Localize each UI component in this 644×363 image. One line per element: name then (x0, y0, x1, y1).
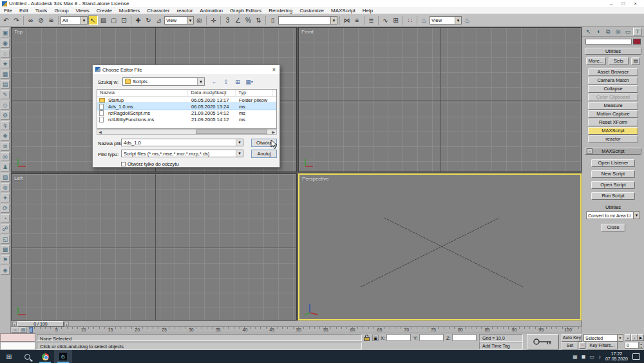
tray-icon[interactable]: ▭ (589, 354, 594, 360)
reactor-toolbar-icon[interactable]: ⊕ (1, 183, 10, 192)
utility-button[interactable]: Motion Capture (588, 110, 638, 118)
file-row[interactable]: rctUtilityFunctions.ms 21.09.2005 14:12 … (97, 116, 276, 123)
reactor-toolbar-icon[interactable]: ▦ (1, 70, 10, 79)
file-name-input[interactable]: 4ds_1.0 ▼ (121, 139, 243, 146)
utilities-rollout-header[interactable]: Utilities (585, 48, 641, 55)
open-mini-curve-editor-icon[interactable]: ▤ (19, 327, 27, 333)
reactor-toolbar-icon[interactable]: ◉ (1, 39, 10, 48)
maxscript-action-button[interactable]: Open Script (591, 181, 635, 189)
column-header-date[interactable]: Data modyfikacji (188, 90, 236, 96)
set-key-button[interactable]: Set Key (562, 342, 578, 349)
previous-frame-icon[interactable]: ‹ (12, 322, 17, 326)
cancel-button[interactable]: Anuluj (251, 150, 277, 158)
reactor-toolbar-icon[interactable]: ▩ (1, 245, 10, 254)
x-coordinate-field[interactable] (386, 334, 411, 341)
file-row[interactable]: 4ds_1.0.ms 06.05.2020 13:24 ms (97, 103, 276, 110)
mirror-icon[interactable]: ⋈ (342, 15, 352, 25)
menu-item[interactable]: Animation (200, 8, 223, 14)
command-panel-tab-icon[interactable]: T (633, 28, 642, 35)
selection-filter-dropdown[interactable]: All ▼ (61, 16, 88, 25)
playback-button[interactable]: ▶ (638, 334, 644, 341)
render-type-dropdown[interactable]: View ▼ (430, 16, 462, 25)
chevron-down-icon[interactable]: ▼ (187, 17, 193, 24)
command-panel-tab-icon[interactable]: ↖ (584, 28, 593, 35)
viewport-label-perspective[interactable]: Perspective (302, 176, 329, 182)
horizontal-scrollbar[interactable]: ◀ ▶ (97, 129, 277, 135)
y-coordinate-field[interactable] (419, 334, 444, 341)
reactor-toolbar-icon[interactable]: ☍ (1, 224, 10, 233)
utility-button[interactable]: Camera Match (588, 77, 638, 84)
object-name-field[interactable] (585, 39, 632, 44)
menu-item[interactable]: MAXScript (331, 8, 355, 14)
selection-set-dropdown[interactable]: Selected ▼ (583, 334, 623, 342)
menu-item[interactable]: Group (54, 8, 68, 14)
reactor-toolbar-icon[interactable]: ▨ (1, 173, 10, 182)
chevron-down-icon[interactable]: ▼ (633, 212, 639, 219)
utility-button[interactable]: Collapse (588, 85, 638, 93)
angle-snap-icon[interactable]: ∠ (233, 15, 243, 25)
snap-toggle-3d-icon[interactable]: 3 (223, 15, 232, 25)
collapse-rollout-icon[interactable]: - (587, 148, 592, 154)
undo-icon[interactable]: ↶ (1, 15, 11, 25)
redo-icon[interactable]: ↷ (12, 15, 21, 25)
rectangular-selection-icon[interactable]: ▢ (109, 15, 118, 25)
use-pivot-center-icon[interactable]: ◎ (194, 15, 204, 25)
maxscript-mini-script[interactable] (0, 342, 35, 350)
material-editor-icon[interactable]: ∷ (405, 15, 415, 25)
percent-snap-icon[interactable]: % (243, 15, 253, 25)
maxscript-utility-dropdown[interactable]: Convert to mr Area Li ▼ (586, 211, 640, 219)
current-frame-marker[interactable] (30, 327, 33, 333)
set-keys-button[interactable] (527, 334, 559, 349)
playback-button[interactable]: « (625, 334, 631, 341)
menu-item[interactable]: Modifiers (119, 8, 140, 14)
taskbar-3dsmax[interactable]: Ϭ (54, 350, 72, 363)
menu-item[interactable]: Graph Editors (230, 8, 261, 14)
more-button[interactable]: More... (586, 57, 606, 65)
reactor-toolbar-icon[interactable]: ▣ (1, 28, 10, 37)
reactor-toolbar-icon[interactable]: ♟ (1, 162, 10, 172)
reactor-toolbar-icon[interactable]: ⌂ (1, 49, 10, 58)
readonly-checkbox[interactable]: Otwórz tylko do odczytu (121, 161, 179, 167)
reactor-toolbar-icon[interactable]: ⚙ (1, 111, 10, 120)
viewport-label-top[interactable]: Top (14, 29, 23, 35)
utility-button[interactable]: Color Clipboard (588, 93, 638, 101)
file-type-dropdown[interactable]: Script files (*.ms,*.mse,*.mcr,*.mzp,*.d… (121, 150, 243, 157)
unlink-selection-icon[interactable]: ⊘ (36, 15, 46, 25)
tray-icon[interactable]: ♪ (598, 354, 601, 360)
select-and-rotate-icon[interactable]: ↻ (144, 15, 153, 25)
reactor-toolbar-icon[interactable]: ✦ (1, 193, 10, 202)
spinner-snap-icon[interactable]: ⇅ (254, 15, 263, 25)
column-header-size[interactable]: Ro (273, 90, 276, 96)
tray-icon[interactable]: ▦ (573, 354, 578, 360)
viewport-label-front[interactable]: Front (301, 29, 314, 35)
chevron-down-icon[interactable]: ▼ (617, 335, 623, 341)
reactor-toolbar-icon[interactable]: ⟳ (1, 204, 10, 213)
look-in-dropdown[interactable]: Scripts ▼ (122, 77, 205, 86)
select-and-move-icon[interactable]: ✚ (133, 15, 143, 25)
reactor-toolbar-icon[interactable]: ✎ (1, 90, 10, 99)
file-row[interactable]: rctRagdollScript.ms 21.09.2005 14:12 ms (97, 110, 276, 116)
utility-button[interactable]: reactor (588, 135, 638, 143)
next-frame-icon[interactable]: › (64, 322, 69, 326)
named-selection-dropdown[interactable]: ▼ (278, 16, 337, 25)
menu-item[interactable]: Rendering (269, 8, 292, 14)
utilities-config-icon[interactable]: ▤ (631, 57, 640, 65)
back-icon[interactable]: ← (210, 77, 219, 86)
tray-icon[interactable]: ◼ (582, 354, 586, 360)
select-object-icon[interactable]: ↖ (88, 15, 98, 25)
dialog-close-icon[interactable]: × (272, 66, 277, 73)
menu-item[interactable]: Create (97, 8, 112, 14)
chevron-down-icon[interactable]: ▼ (80, 17, 87, 24)
new-folder-icon[interactable]: ⊞ (233, 77, 242, 86)
menu-item[interactable]: Character (147, 8, 169, 14)
minimize-button[interactable]: – (610, 1, 612, 6)
reactor-toolbar-icon[interactable]: ❖ (1, 132, 10, 141)
viewport-front[interactable]: Front (298, 27, 582, 172)
menu-item[interactable]: Customize (299, 8, 324, 14)
menu-item[interactable]: Tools (35, 8, 48, 14)
current-frame-field[interactable]: 0 (625, 342, 639, 349)
maxscript-rollout-header[interactable]: - MAXScript (585, 148, 641, 155)
search-button[interactable] (18, 350, 36, 363)
schematic-view-icon[interactable]: ⊞ (391, 15, 401, 25)
reference-coordinate-dropdown[interactable]: View ▼ (164, 16, 194, 25)
